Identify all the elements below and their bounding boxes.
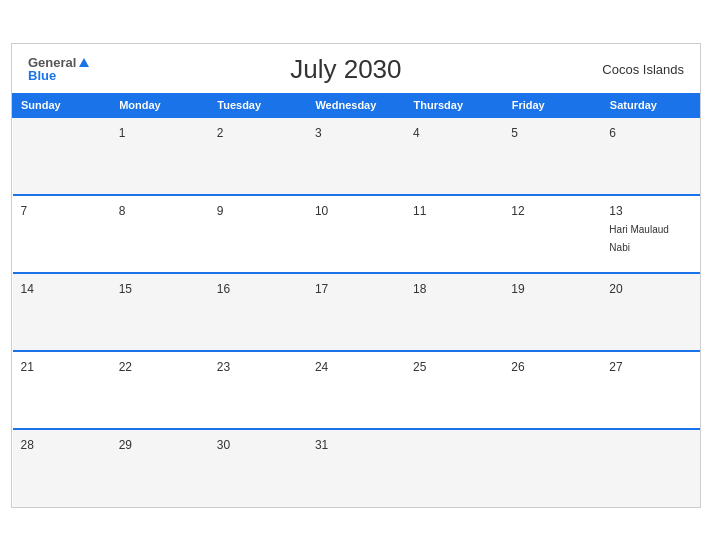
week-row-2: 14151617181920 — [13, 273, 700, 351]
day-number: 17 — [315, 282, 328, 296]
calendar-cell-3-3: 24 — [307, 351, 405, 429]
calendar-cell-3-0: 21 — [13, 351, 111, 429]
day-number: 2 — [217, 126, 224, 140]
day-number: 30 — [217, 438, 230, 452]
calendar-cell-0-2: 2 — [209, 117, 307, 195]
calendar-cell-1-4: 11 — [405, 195, 503, 273]
calendar-cell-4-1: 29 — [111, 429, 209, 507]
calendar-cell-3-5: 26 — [503, 351, 601, 429]
calendar-cell-2-1: 15 — [111, 273, 209, 351]
calendar-cell-0-1: 1 — [111, 117, 209, 195]
calendar-cell-0-0 — [13, 117, 111, 195]
header-saturday: Saturday — [601, 93, 699, 117]
day-number: 29 — [119, 438, 132, 452]
event-text: Hari Maulaud Nabi — [609, 224, 668, 253]
day-number: 5 — [511, 126, 518, 140]
calendar-cell-0-4: 4 — [405, 117, 503, 195]
day-number: 13 — [609, 204, 622, 218]
calendar-title: July 2030 — [89, 54, 602, 85]
day-number: 9 — [217, 204, 224, 218]
calendar-cell-4-3: 31 — [307, 429, 405, 507]
calendar-cell-1-5: 12 — [503, 195, 601, 273]
day-number: 25 — [413, 360, 426, 374]
day-number: 1 — [119, 126, 126, 140]
logo-triangle-icon — [79, 58, 89, 67]
week-row-4: 28293031 — [13, 429, 700, 507]
weekday-header-row: Sunday Monday Tuesday Wednesday Thursday… — [13, 93, 700, 117]
calendar-cell-0-5: 5 — [503, 117, 601, 195]
day-number: 6 — [609, 126, 616, 140]
day-number: 21 — [21, 360, 34, 374]
calendar-cell-4-5 — [503, 429, 601, 507]
day-number: 20 — [609, 282, 622, 296]
calendar-cell-4-6 — [601, 429, 699, 507]
day-number: 26 — [511, 360, 524, 374]
logo: General Blue — [28, 56, 89, 82]
day-number: 11 — [413, 204, 426, 218]
calendar-cell-0-6: 6 — [601, 117, 699, 195]
calendar-cell-1-6: 13Hari Maulaud Nabi — [601, 195, 699, 273]
calendar-cell-2-6: 20 — [601, 273, 699, 351]
calendar-cell-0-3: 3 — [307, 117, 405, 195]
day-number: 8 — [119, 204, 126, 218]
calendar-cell-3-4: 25 — [405, 351, 503, 429]
day-number: 22 — [119, 360, 132, 374]
header-friday: Friday — [503, 93, 601, 117]
calendar-cell-1-0: 7 — [13, 195, 111, 273]
day-number: 18 — [413, 282, 426, 296]
calendar-container: General Blue July 2030 Cocos Islands Sun… — [11, 43, 701, 508]
day-number: 14 — [21, 282, 34, 296]
day-number: 10 — [315, 204, 328, 218]
header-thursday: Thursday — [405, 93, 503, 117]
day-number: 24 — [315, 360, 328, 374]
header-monday: Monday — [111, 93, 209, 117]
calendar-cell-2-2: 16 — [209, 273, 307, 351]
calendar-grid: Sunday Monday Tuesday Wednesday Thursday… — [12, 93, 700, 507]
region-label: Cocos Islands — [602, 62, 684, 77]
calendar-cell-4-0: 28 — [13, 429, 111, 507]
calendar-cell-3-6: 27 — [601, 351, 699, 429]
calendar-header: General Blue July 2030 Cocos Islands — [12, 44, 700, 93]
logo-blue-text: Blue — [28, 69, 89, 82]
day-number: 7 — [21, 204, 28, 218]
calendar-cell-1-3: 10 — [307, 195, 405, 273]
day-number: 28 — [21, 438, 34, 452]
calendar-cell-1-2: 9 — [209, 195, 307, 273]
calendar-cell-2-0: 14 — [13, 273, 111, 351]
calendar-cell-1-1: 8 — [111, 195, 209, 273]
calendar-cell-2-3: 17 — [307, 273, 405, 351]
calendar-cell-4-2: 30 — [209, 429, 307, 507]
day-number: 27 — [609, 360, 622, 374]
header-wednesday: Wednesday — [307, 93, 405, 117]
calendar-cell-3-2: 23 — [209, 351, 307, 429]
week-row-3: 21222324252627 — [13, 351, 700, 429]
header-tuesday: Tuesday — [209, 93, 307, 117]
calendar-cell-4-4 — [405, 429, 503, 507]
day-number: 4 — [413, 126, 420, 140]
day-number: 23 — [217, 360, 230, 374]
calendar-cell-3-1: 22 — [111, 351, 209, 429]
day-number: 16 — [217, 282, 230, 296]
week-row-1: 78910111213Hari Maulaud Nabi — [13, 195, 700, 273]
day-number: 12 — [511, 204, 524, 218]
header-sunday: Sunday — [13, 93, 111, 117]
calendar-cell-2-4: 18 — [405, 273, 503, 351]
day-number: 3 — [315, 126, 322, 140]
week-row-0: 123456 — [13, 117, 700, 195]
day-number: 15 — [119, 282, 132, 296]
day-number: 31 — [315, 438, 328, 452]
day-number: 19 — [511, 282, 524, 296]
calendar-cell-2-5: 19 — [503, 273, 601, 351]
